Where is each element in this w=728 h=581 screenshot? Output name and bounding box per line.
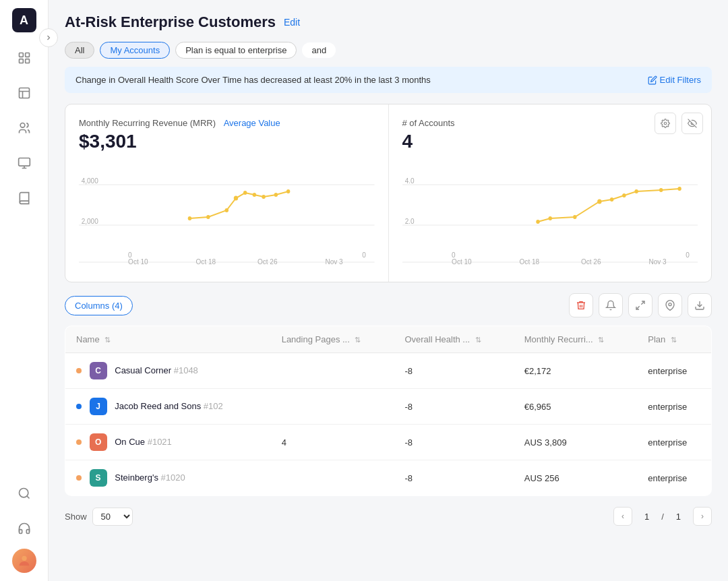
- svg-point-8: [22, 556, 26, 561]
- cell-plan-2: enterprise: [637, 389, 711, 425]
- svg-text:Oct 26: Oct 26: [257, 257, 278, 266]
- data-table: Name ⇅ Landing Pages ... ⇅ Overall Healt…: [65, 326, 712, 496]
- notification-btn[interactable]: [599, 293, 623, 317]
- row-indicator-2: [76, 404, 82, 409]
- mrr-chart-svg: 4,000 2,000 Oct 10 Oct 18 Oct 26 Nov 3: [79, 158, 375, 266]
- columns-button[interactable]: Columns (4): [65, 296, 133, 315]
- charts-row: Monthly Recurring Revenue (MRR) Average …: [65, 104, 712, 282]
- svg-point-22: [286, 189, 290, 193]
- col-monthly-recurring[interactable]: Monthly Recurri... ⇅: [514, 326, 638, 353]
- cell-landing-3: 4: [271, 425, 394, 460]
- per-page-select[interactable]: 50 25 100: [92, 508, 133, 526]
- svg-line-51: [641, 301, 644, 305]
- support-icon-btn[interactable]: [9, 514, 39, 543]
- table-row: S Steinberg's #1020 -8 AUS 256 enterpris…: [65, 460, 712, 496]
- svg-point-5: [20, 123, 25, 128]
- avg-value-link[interactable]: Average Value: [224, 118, 280, 128]
- filter-all[interactable]: All: [65, 42, 94, 59]
- filter-plan[interactable]: Plan is equal to enterprise: [175, 42, 297, 59]
- svg-text:0: 0: [452, 251, 456, 259]
- user-avatar[interactable]: [12, 549, 36, 573]
- sidebar: A: [0, 0, 49, 581]
- sort-icon-landing: ⇅: [355, 336, 361, 344]
- svg-point-43: [659, 188, 662, 192]
- expand-btn[interactable]: [628, 293, 653, 317]
- svg-text:4,000: 4,000: [82, 177, 98, 185]
- col-landing-pages[interactable]: Landing Pages ... ⇅: [271, 326, 394, 353]
- table-row: O On Cue #1021 4 -8 AUS 3,809 enterprise: [65, 425, 712, 460]
- next-page-btn[interactable]: ›: [693, 507, 712, 526]
- cell-health-2: -8: [394, 389, 513, 425]
- page-header: At-Risk Enterprise Customers Edit: [65, 13, 712, 31]
- svg-point-37: [548, 216, 551, 220]
- table-toolbar: Columns (4): [65, 293, 712, 317]
- search-icon-btn[interactable]: [9, 479, 39, 508]
- chart-controls: [655, 113, 703, 134]
- filter-info-text: Change in Overall Health Score Over Time…: [75, 75, 431, 85]
- pin-btn[interactable]: [658, 293, 682, 317]
- svg-point-36: [536, 220, 539, 224]
- delete-btn[interactable]: [569, 293, 593, 317]
- sidebar-toggle[interactable]: [39, 28, 58, 47]
- svg-text:0: 0: [128, 251, 132, 259]
- cell-health-3: -8: [394, 425, 513, 460]
- sidebar-item-book[interactable]: [9, 183, 39, 213]
- svg-point-14: [188, 216, 191, 220]
- cell-mrr-1: €2,172: [514, 353, 638, 389]
- edit-link[interactable]: Edit: [284, 17, 300, 28]
- sort-icon-plan: ⇅: [671, 336, 677, 344]
- edit-filters-link[interactable]: Edit Filters: [648, 75, 701, 85]
- svg-text:Oct 26: Oct 26: [580, 257, 601, 266]
- page-title: At-Risk Enterprise Customers: [65, 13, 276, 31]
- svg-point-53: [669, 303, 671, 306]
- hide-btn[interactable]: [681, 113, 703, 134]
- cell-name-1: C Casual Corner #1048: [65, 353, 271, 389]
- mrr-chart-section: Monthly Recurring Revenue (MRR) Average …: [65, 104, 388, 282]
- cell-name-4: S Steinberg's #1020: [65, 460, 271, 496]
- svg-point-40: [609, 197, 613, 202]
- col-plan[interactable]: Plan ⇅: [637, 326, 711, 353]
- cell-plan-1: enterprise: [637, 353, 711, 389]
- mrr-chart-value: $3,301: [79, 131, 375, 152]
- svg-point-39: [597, 200, 601, 204]
- table-row: J Jacob Reed and Sons #102 -8 €6,965 ent…: [65, 389, 712, 425]
- svg-text:2,000: 2,000: [82, 217, 98, 226]
- svg-point-19: [253, 193, 256, 197]
- svg-point-41: [622, 193, 626, 197]
- page-separator: /: [661, 512, 664, 522]
- row-indicator-3: [76, 439, 82, 445]
- cell-plan-3: enterprise: [637, 425, 711, 460]
- pagination-controls: ‹ 1 / 1 ›: [613, 507, 712, 526]
- cell-landing-4: [271, 460, 394, 496]
- svg-point-21: [274, 193, 278, 197]
- prev-page-btn[interactable]: ‹: [613, 507, 632, 526]
- settings-btn[interactable]: [655, 113, 676, 134]
- download-btn[interactable]: [688, 293, 712, 317]
- cell-health-4: -8: [394, 460, 513, 496]
- sidebar-item-reports[interactable]: [9, 148, 39, 178]
- svg-rect-2: [19, 59, 23, 63]
- edit-filters-label: Edit Filters: [660, 75, 701, 85]
- cell-mrr-3: AUS 3,809: [514, 425, 638, 460]
- accounts-chart-label: # of Accounts: [402, 118, 698, 128]
- current-page: 1: [638, 509, 656, 524]
- col-name[interactable]: Name ⇅: [65, 326, 271, 353]
- cell-name-3: O On Cue #1021: [65, 425, 271, 460]
- svg-rect-6: [18, 158, 30, 166]
- sidebar-item-building[interactable]: [9, 78, 39, 108]
- sidebar-item-contacts[interactable]: [9, 113, 39, 143]
- svg-point-17: [234, 196, 238, 201]
- sidebar-item-profile[interactable]: [9, 43, 39, 73]
- svg-point-16: [225, 208, 229, 212]
- svg-text:0: 0: [686, 251, 690, 259]
- svg-text:2.0: 2.0: [404, 217, 414, 226]
- show-label: Show: [65, 512, 87, 522]
- accounts-chart-value: 4: [402, 131, 698, 152]
- filter-my-accounts[interactable]: My Accounts: [100, 42, 170, 59]
- table-body: C Casual Corner #1048 -8 €2,172 enterpri…: [65, 353, 712, 496]
- cell-plan-4: enterprise: [637, 460, 711, 496]
- mrr-chart-label: Monthly Recurring Revenue (MRR) Average …: [79, 118, 375, 128]
- accounts-chart-section: # of Accounts 4 4.0 2.0: [388, 104, 712, 282]
- col-overall-health[interactable]: Overall Health ... ⇅: [394, 326, 513, 353]
- row-indicator-4: [76, 475, 82, 481]
